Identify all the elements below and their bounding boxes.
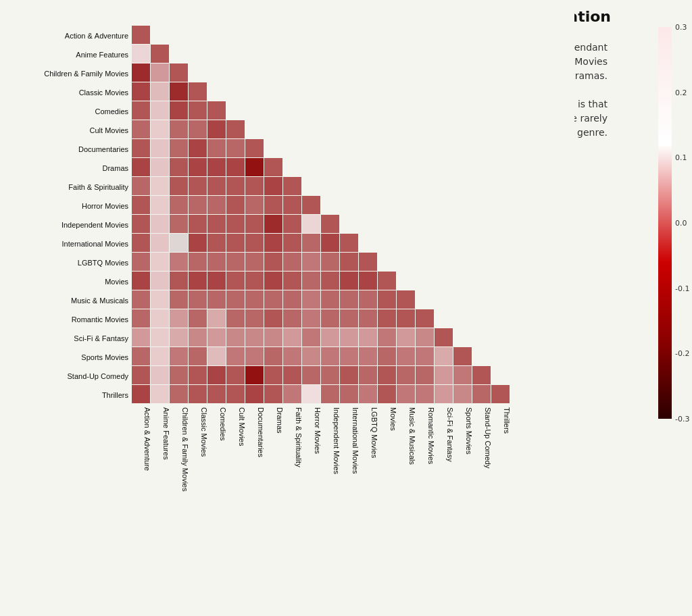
cb-tick-n0.2: -0.2 <box>675 349 689 358</box>
cb-tick-n0.3: -0.3 <box>675 415 689 424</box>
cb-tick-0.1: 0.1 <box>675 153 687 162</box>
cb-tick-n0.1: -0.1 <box>675 284 689 292</box>
cb-tick-0.2: 0.2 <box>675 88 687 97</box>
cb-tick-0.3: 0.3 <box>675 23 687 32</box>
colorbar: 0.3 0.2 0.1 0.0 -0.1 -0.2 -0.3 <box>658 27 672 419</box>
cb-tick-0.0: 0.0 <box>675 219 687 228</box>
chart-container: Genre correlation It is interesting that… <box>0 0 692 616</box>
heatmap-canvas <box>0 0 574 616</box>
